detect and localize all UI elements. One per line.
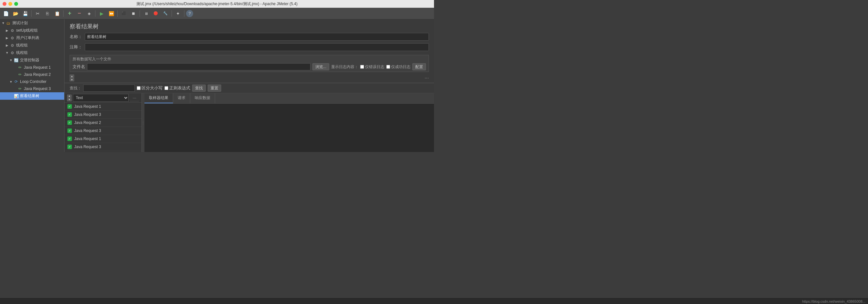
request-icon-2: ✏	[18, 72, 23, 77]
save-button[interactable]: 💾	[21, 9, 30, 18]
expand-arrow-loop: ▼	[9, 80, 13, 84]
detail-content	[145, 104, 434, 152]
scroll-up-btn[interactable]: ▲	[70, 75, 74, 78]
search-input[interactable]	[83, 85, 135, 92]
result-item-0[interactable]: ✓ Java Request 1	[64, 103, 142, 111]
results-list-panel: ▲ ▼ Text XML JSON HTML ··· ✓	[64, 93, 142, 152]
separator3	[95, 10, 95, 17]
detail-tabs: 取样器结果 请求 响应数据	[145, 93, 434, 104]
only-success-label[interactable]: 仅成功日志	[386, 64, 410, 70]
main-layout: ▼ 🗂 测试计划 ▶ ⚙ setUp线程组 ▶ ⚙ 用户订单列表 ▶ ⚙ 线程组…	[0, 19, 434, 152]
open-button[interactable]: 📂	[11, 9, 20, 18]
function-helper-button[interactable]: ✦	[174, 9, 183, 18]
tab-response-data[interactable]: 响应数据	[190, 93, 215, 103]
result-item-3[interactable]: ✓ Java Request 3	[64, 127, 142, 135]
copy-button[interactable]: ⎘	[43, 9, 52, 18]
result-icon-2: ✓	[67, 120, 72, 125]
expand-arrow-test-plan: ▼	[1, 21, 5, 25]
result-item-5[interactable]: ✓ Java Request 3	[64, 143, 142, 151]
clear-button[interactable]: ◈	[85, 9, 94, 18]
remote-stop-button[interactable]: 🛑	[151, 9, 160, 18]
file-input[interactable]	[87, 63, 311, 71]
reset-button[interactable]: 重置	[208, 85, 221, 92]
gear-icon-orders: ⚙	[10, 35, 15, 41]
tree-item-test-plan[interactable]: ▼ 🗂 测试计划	[0, 19, 64, 27]
drag-handle[interactable]: ⋮	[142, 93, 145, 152]
result-item-1[interactable]: ✓ Java Request 3	[64, 111, 142, 119]
only-success-checkbox[interactable]	[386, 65, 390, 69]
scroll-down-btn[interactable]: ▼	[70, 78, 74, 81]
regex-option[interactable]: 正则表达式	[164, 85, 190, 91]
find-button[interactable]: 查找	[192, 85, 206, 92]
help-button[interactable]: ?	[186, 10, 193, 17]
search-label: 查找：	[70, 85, 81, 91]
tree-item-view-tree[interactable]: 📊 察看结果树	[0, 92, 64, 100]
result-label-3: Java Request 3	[74, 129, 101, 133]
result-icon-3: ✓	[67, 128, 72, 133]
tree-label-view-tree: 察看结果树	[20, 93, 39, 99]
tree-item-setup-group[interactable]: ▶ ⚙ setUp线程组	[0, 27, 64, 34]
comment-row: 注释：	[70, 43, 429, 51]
listener-icon: 📊	[13, 93, 19, 99]
tree-item-loop-controller[interactable]: ▼ ⟳ Loop Controller	[0, 78, 64, 85]
separator6	[172, 10, 172, 17]
regex-checkbox[interactable]	[164, 86, 168, 90]
tree-item-java-req2[interactable]: ✏ Java Request 2	[0, 71, 64, 78]
check-shield-3: ✓	[67, 129, 72, 133]
stop-now-button[interactable]: ⏹	[129, 9, 138, 18]
browse-button[interactable]: 浏览...	[312, 63, 329, 71]
tree-label-java-req3: Java Request 3	[24, 86, 51, 91]
result-item-4[interactable]: ✓ Java Request 1	[64, 135, 142, 143]
maximize-button[interactable]	[14, 2, 18, 6]
add-button[interactable]: +	[65, 9, 74, 18]
result-icon-4: ✓	[67, 136, 72, 141]
comment-label: 注释：	[70, 44, 82, 50]
remote-run-button[interactable]: 🖥	[142, 9, 151, 18]
only-errors-label[interactable]: 仅错误日志	[360, 64, 384, 70]
more-dots-top[interactable]: ···	[425, 75, 429, 81]
tree-label-thread1: 线程组	[16, 43, 28, 48]
results-scroll-up[interactable]: ▲	[67, 94, 71, 98]
paste-button[interactable]: 📋	[53, 9, 62, 18]
tree-item-java-req3[interactable]: ✏ Java Request 3	[0, 85, 64, 92]
case-sensitive-checkbox[interactable]	[137, 86, 141, 90]
expand-arrow-switch: ▼	[9, 58, 13, 62]
tree-label-loop: Loop Controller	[20, 79, 46, 84]
tree-label-orders: 用户订单列表	[16, 35, 39, 41]
stop-button[interactable]: ⬛	[119, 9, 128, 18]
result-label-1: Java Request 3	[74, 112, 101, 117]
result-item-2[interactable]: ✓ Java Request 2	[64, 119, 142, 127]
tree-item-thread2[interactable]: ▼ ⚙ 线程组	[0, 49, 64, 56]
tree-item-thread1[interactable]: ▶ ⚙ 线程组	[0, 42, 64, 49]
run-no-pause-button[interactable]: ⏩	[107, 9, 116, 18]
gear-icon-setup: ⚙	[10, 28, 15, 33]
more-dots-results[interactable]: ···	[130, 94, 139, 101]
remote-clear-button[interactable]: 🔧	[161, 9, 170, 18]
tree-panel: ▼ 🗂 测试计划 ▶ ⚙ setUp线程组 ▶ ⚙ 用户订单列表 ▶ ⚙ 线程组…	[0, 19, 64, 152]
results-area: ▲ ▼ Text XML JSON HTML ··· ✓	[64, 93, 434, 152]
content-panel: 察看结果树 名称： 注释： 所有数据写入一个文件 文件名 浏览... 显示日志内…	[64, 19, 434, 152]
only-errors-checkbox[interactable]	[360, 65, 364, 69]
run-button[interactable]: ▶	[97, 9, 106, 18]
tab-request[interactable]: 请求	[173, 93, 190, 103]
tree-item-switch-controller[interactable]: ▼ 🔄 交替控制器	[0, 56, 64, 64]
cut-button[interactable]: ✂	[33, 9, 42, 18]
tree-item-java-req1[interactable]: ✏ Java Request 1	[0, 64, 64, 71]
name-input[interactable]	[85, 33, 429, 41]
new-button[interactable]: 📄	[1, 9, 10, 18]
tree-item-order-list[interactable]: ▶ ⚙ 用户订单列表	[0, 34, 64, 42]
comment-input[interactable]	[85, 43, 429, 51]
check-shield-2: ✓	[67, 120, 72, 125]
separator4	[117, 10, 118, 17]
format-dropdown[interactable]: Text XML JSON HTML	[73, 94, 129, 102]
check-shield-5: ✓	[67, 145, 72, 149]
loop-icon-switch: 🔄	[13, 58, 19, 63]
config-button[interactable]: 配置	[412, 63, 426, 71]
results-scroll-down[interactable]: ▼	[67, 98, 71, 101]
remove-button[interactable]: −	[75, 9, 84, 18]
name-row: 名称：	[70, 33, 429, 41]
close-button[interactable]	[3, 2, 6, 6]
case-sensitive-option[interactable]: 区分大小写	[137, 85, 162, 91]
minimize-button[interactable]	[8, 2, 12, 6]
tab-sampler-result[interactable]: 取样器结果	[145, 93, 173, 103]
